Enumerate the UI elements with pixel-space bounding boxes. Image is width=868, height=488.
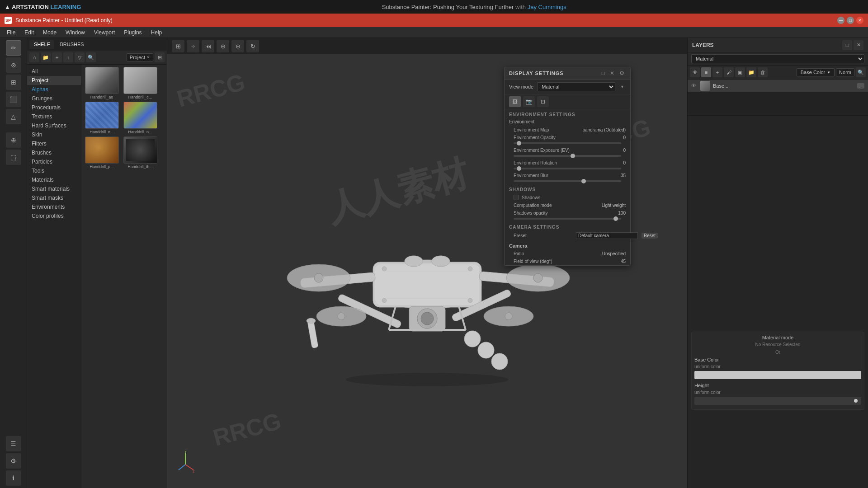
- minimize-button[interactable]: —: [837, 17, 844, 24]
- norm-select[interactable]: Norm: [836, 68, 854, 76]
- vp-btn-prev[interactable]: ⏮: [202, 40, 214, 52]
- menu-file[interactable]: File: [2, 28, 20, 37]
- menu-window[interactable]: Window: [61, 28, 90, 37]
- maximize-button[interactable]: □: [847, 17, 854, 24]
- tool-paint[interactable]: ✏: [6, 40, 21, 56]
- tool-settings[interactable]: ⚙: [6, 453, 21, 469]
- ds-computation-row: Computation mode Light weight: [505, 202, 630, 209]
- svg-rect-29: [307, 320, 318, 348]
- tree-grunges[interactable]: Grunges: [27, 94, 81, 103]
- ds-icon-3d[interactable]: 📷: [523, 96, 535, 107]
- tree-hard-surfaces[interactable]: Hard Surfaces: [27, 121, 81, 130]
- ds-env-exposure-slider[interactable]: [505, 154, 630, 159]
- ds-viewmode-select[interactable]: Material: [537, 82, 615, 91]
- shelf-home[interactable]: ⌂: [29, 52, 39, 62]
- tool-geometry[interactable]: △: [6, 109, 21, 124]
- mat-height-bar[interactable]: [694, 397, 861, 405]
- tree-filters[interactable]: Filters: [27, 139, 81, 148]
- tool-fill[interactable]: ⬛: [6, 92, 21, 107]
- mat-color-bar[interactable]: [694, 371, 861, 379]
- tree-environments[interactable]: Environments: [27, 202, 81, 211]
- menu-mode[interactable]: Mode: [38, 28, 61, 37]
- menu-viewport[interactable]: Viewport: [90, 28, 119, 37]
- shelf-item-normal-multi[interactable]: Handdrill_n...: [122, 102, 158, 134]
- menu-plugins[interactable]: Plugins: [119, 28, 146, 37]
- tree-smart-materials[interactable]: Smart materials: [27, 184, 81, 193]
- shelf-item-ao[interactable]: Handdrill_ao: [84, 67, 120, 99]
- tool-selection[interactable]: ⬚: [6, 150, 21, 165]
- ds-settings-btn[interactable]: ⚙: [618, 70, 626, 76]
- menu-edit[interactable]: Edit: [20, 28, 38, 37]
- layers-mode-select[interactable]: Material: [691, 54, 864, 63]
- tree-project[interactable]: Project: [27, 76, 81, 85]
- vp-btn-add[interactable]: ⊕: [231, 40, 244, 52]
- window-controls[interactable]: — □ ✕: [837, 17, 863, 24]
- shelf-add[interactable]: +: [52, 52, 62, 62]
- vp-btn-select[interactable]: ⊹: [187, 40, 199, 52]
- base-color-chevron: ▼: [827, 70, 830, 75]
- app-icon: SP: [5, 17, 12, 24]
- layers-close[interactable]: ✕: [854, 40, 863, 50]
- tab-shelf[interactable]: SHELF: [29, 40, 54, 49]
- shelf-item-position[interactable]: Handdrill_p...: [84, 136, 120, 169]
- ds-close-btn[interactable]: ✕: [609, 70, 616, 76]
- vp-btn-transform[interactable]: ⊕: [217, 40, 229, 52]
- tree-materials[interactable]: Materials: [27, 175, 81, 184]
- shelf-filter[interactable]: ▽: [75, 52, 85, 62]
- svg-point-24: [382, 298, 387, 303]
- shelf-folder[interactable]: 📁: [41, 52, 51, 62]
- vp-btn-refresh[interactable]: ↻: [246, 40, 259, 52]
- delete-layer-btn[interactable]: 🗑: [758, 67, 768, 77]
- shelf-item-thickness-label: Handdrill_th...: [127, 164, 153, 169]
- base-color-dropdown[interactable]: Base Color ▼: [797, 68, 835, 76]
- tool-transform[interactable]: ⊕: [6, 132, 21, 148]
- tab-brushes[interactable]: BRUSHES: [55, 40, 88, 49]
- ds-expand-btn[interactable]: □: [600, 70, 606, 76]
- ds-preset-reset-btn[interactable]: Reset: [642, 233, 658, 239]
- tree-tools[interactable]: Tools: [27, 166, 81, 175]
- shelf-search-icon[interactable]: 🔍: [86, 52, 96, 62]
- tree-all[interactable]: All: [27, 67, 81, 76]
- add-layer-btn[interactable]: +: [712, 67, 722, 77]
- ds-shadows-opacity-slider[interactable]: [505, 217, 630, 222]
- shelf-item-normal-blue[interactable]: Handdrill_n...: [84, 102, 120, 134]
- ds-env-blur-slider[interactable]: [505, 179, 630, 184]
- tree-particles[interactable]: Particles: [27, 157, 81, 166]
- add-paint-layer-btn[interactable]: 🖌: [724, 67, 734, 77]
- layers-search[interactable]: 🔍: [856, 67, 866, 77]
- tree-alphas[interactable]: Alphas: [27, 85, 81, 94]
- ds-env-rotation-slider[interactable]: [505, 167, 630, 172]
- add-folder-btn[interactable]: 📁: [746, 67, 756, 77]
- layer-color[interactable]: ■: [701, 67, 711, 77]
- tool-eraser[interactable]: ⊗: [6, 57, 21, 73]
- tool-layers[interactable]: ☰: [6, 436, 21, 451]
- shelf-item-color[interactable]: Handdrill_c...: [122, 67, 158, 99]
- shelf-import[interactable]: ↓: [63, 52, 73, 62]
- layers-expand[interactable]: □: [842, 40, 852, 50]
- ds-viewmode-chevron[interactable]: ▼: [619, 84, 626, 89]
- shelf-filter-active[interactable]: Project ✕: [127, 53, 153, 61]
- tree-skin[interactable]: Skin: [27, 130, 81, 139]
- ds-icon-both[interactable]: ⊡: [537, 96, 549, 107]
- ds-env-opacity-slider[interactable]: [505, 141, 630, 146]
- shelf-grid-view[interactable]: ⊞: [155, 52, 165, 62]
- tree-smart-masks[interactable]: Smart masks: [27, 193, 81, 202]
- tree-textures[interactable]: Textures: [27, 112, 81, 121]
- tool-info[interactable]: ℹ: [6, 470, 21, 486]
- shelf-item-thickness[interactable]: Handdrill_th...: [122, 136, 158, 169]
- tree-brushes[interactable]: Brushes: [27, 148, 81, 157]
- ds-icon-2d[interactable]: 🖼: [509, 96, 521, 107]
- menu-help[interactable]: Help: [146, 28, 167, 37]
- layer-item-base[interactable]: 👁 Base... ...: [688, 80, 868, 92]
- tree-procedurals[interactable]: Procedurals: [27, 103, 81, 112]
- add-fill-layer-btn[interactable]: ▣: [735, 67, 745, 77]
- tool-projection[interactable]: ⊞: [6, 75, 21, 90]
- project-filter-close[interactable]: ✕: [146, 55, 150, 60]
- layer-visibility-toggle[interactable]: 👁: [690, 67, 700, 77]
- close-button[interactable]: ✕: [856, 17, 863, 24]
- ds-shadows-checkbox[interactable]: [514, 195, 519, 200]
- tree-color-profiles[interactable]: Color profiles: [27, 211, 81, 221]
- ds-preset-input[interactable]: [576, 232, 638, 239]
- vp-btn-grid[interactable]: ⊞: [172, 40, 184, 52]
- layer-eye-icon[interactable]: 👁: [691, 83, 698, 89]
